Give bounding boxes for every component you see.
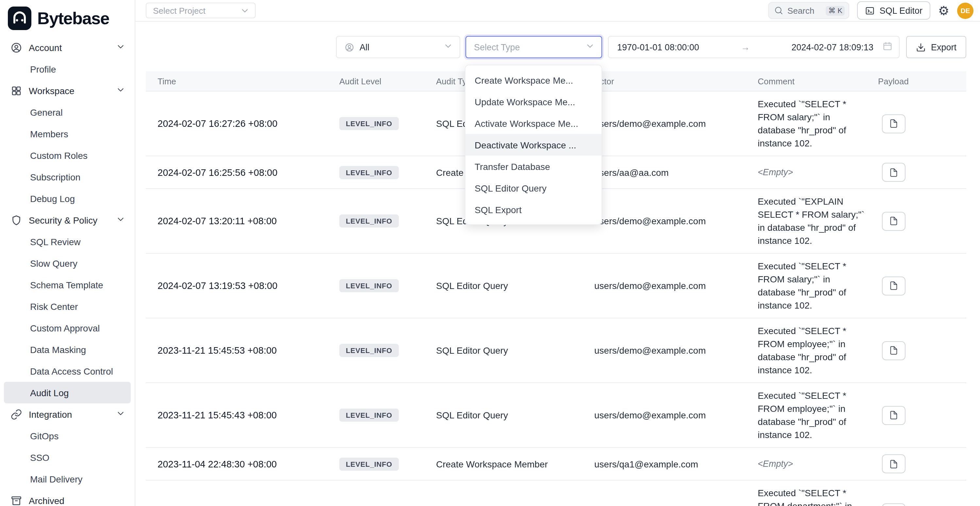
sidebar-item-audit-log[interactable]: Audit Log xyxy=(4,382,131,403)
project-select-placeholder: Select Project xyxy=(153,6,240,15)
payload-button[interactable] xyxy=(882,212,905,231)
sidebar-item-profile[interactable]: Profile xyxy=(4,58,131,80)
sidebar-item-sso[interactable]: SSO xyxy=(4,447,131,468)
audit-level-badge: LEVEL_INFO xyxy=(339,117,399,130)
menu-item-create-workspace-member[interactable]: Create Workspace Me... xyxy=(466,69,601,91)
file-icon xyxy=(889,346,898,355)
cell-actor: users/demo@example.com xyxy=(582,280,746,291)
payload-button[interactable] xyxy=(882,454,905,473)
sidebar-section-integration[interactable]: Integration xyxy=(0,403,135,425)
column-header-actor: Actor xyxy=(582,76,746,86)
project-select[interactable]: Select Project xyxy=(146,3,256,18)
cell-actor: users/demo@example.com xyxy=(582,118,746,129)
gear-icon[interactable]: ⚙ xyxy=(938,4,949,17)
cell-time: 2023-11-21 15:45:53 +08:00 xyxy=(146,345,328,356)
menu-item-sql-editor-query[interactable]: SQL Editor Query xyxy=(466,177,601,199)
cell-time: 2023-11-21 15:45:43 +08:00 xyxy=(146,410,328,420)
menu-item-transfer-database[interactable]: Transfer Database xyxy=(466,156,601,177)
section-label: Archived xyxy=(29,495,126,506)
audit-level-badge: LEVEL_INFO xyxy=(339,457,399,470)
audit-level-badge: LEVEL_INFO xyxy=(339,215,399,228)
sidebar-item-custom-roles[interactable]: Custom Roles xyxy=(4,145,131,166)
sidebar-item-slow-query[interactable]: Slow Query xyxy=(4,252,131,274)
cell-comment: Executed `"SELECT * FROM salary;"` in da… xyxy=(746,97,869,150)
sidebar-item-risk-center[interactable]: Risk Center xyxy=(4,296,131,317)
sidebar-item-schema-template[interactable]: Schema Template xyxy=(4,274,131,296)
column-header-time: Time xyxy=(146,76,328,86)
file-icon xyxy=(889,119,898,128)
type-filter-placeholder: Select Type xyxy=(474,42,585,52)
sidebar-item-gitops[interactable]: GitOps xyxy=(4,425,131,447)
file-icon xyxy=(889,216,898,226)
bytebase-logo-icon xyxy=(8,6,31,30)
brand-name: Bytebase xyxy=(37,8,109,29)
sidebar-section-archived[interactable]: Archived xyxy=(0,490,135,506)
user-circle-icon xyxy=(10,41,22,53)
sidebar-nav: Account Profile Workspace General Member… xyxy=(0,37,135,506)
cell-actor: users/aa@aa.com xyxy=(582,167,746,178)
sql-editor-button[interactable]: SQL Editor xyxy=(858,1,930,20)
cell-actor: users/qa1@example.com xyxy=(582,458,746,469)
date-from-value[interactable]: 1970-01-01 08:00:00 xyxy=(617,42,699,52)
table-row: 2023-11-21 15:45:53 +08:00 LEVEL_INFO SQ… xyxy=(146,318,966,383)
menu-item-deactivate-workspace-member[interactable]: Deactivate Workspace ... xyxy=(466,134,601,156)
column-header-payload: Payload xyxy=(869,76,966,86)
table-row: 2023-11-04 22:48:30 +08:00 LEVEL_INFO Cr… xyxy=(146,448,966,481)
sidebar-item-members[interactable]: Members xyxy=(4,123,131,145)
cell-audit-type: SQL Editor Query xyxy=(424,410,582,420)
sidebar-section-account[interactable]: Account xyxy=(0,37,135,58)
sidebar-item-debug-log[interactable]: Debug Log xyxy=(4,188,131,209)
sidebar-section-security-policy[interactable]: Security & Policy xyxy=(0,209,135,231)
filter-bar: All Select Type 1970-01-01 08:00:00 → 20… xyxy=(146,36,966,58)
sidebar-item-custom-approval[interactable]: Custom Approval xyxy=(4,317,131,339)
date-to-value[interactable]: 2024-02-07 18:09:13 xyxy=(791,42,873,52)
sidebar-item-sql-review[interactable]: SQL Review xyxy=(4,231,131,252)
payload-button[interactable] xyxy=(882,341,905,360)
cell-comment: Executed `"EXPLAIN SELECT * FROM salary;… xyxy=(746,195,869,247)
cell-time: 2024-02-07 13:19:53 +08:00 xyxy=(146,280,328,291)
sidebar-item-data-masking[interactable]: Data Masking xyxy=(4,339,131,360)
actor-filter-select[interactable]: All xyxy=(336,36,460,58)
chevron-down-icon xyxy=(116,408,126,420)
sidebar-item-data-access-control[interactable]: Data Access Control xyxy=(4,360,131,382)
search-shortcut-badge: ⌘ K xyxy=(826,6,845,15)
payload-button[interactable] xyxy=(882,503,905,506)
type-filter-dropdown: Create Workspace Me... Update Workspace … xyxy=(465,65,602,225)
type-filter-select[interactable]: Select Type xyxy=(466,36,602,58)
table-row: 2024-02-07 13:19:53 +08:00 LEVEL_INFO SQ… xyxy=(146,254,966,318)
menu-item-sql-export[interactable]: SQL Export xyxy=(466,199,601,220)
brand-logo[interactable]: Bytebase xyxy=(0,0,135,35)
payload-button[interactable] xyxy=(882,114,905,133)
file-icon xyxy=(889,459,898,468)
file-icon xyxy=(889,168,898,177)
search-input[interactable]: Search ⌘ K xyxy=(768,2,850,19)
chevron-down-icon xyxy=(116,41,126,53)
export-button[interactable]: Export xyxy=(906,36,966,58)
chevron-down-icon xyxy=(240,6,250,15)
menu-item-update-workspace-member[interactable]: Update Workspace Me... xyxy=(466,91,601,113)
payload-button[interactable] xyxy=(882,276,905,295)
menu-item-activate-workspace-member[interactable]: Activate Workspace Me... xyxy=(466,113,601,134)
sidebar-item-general[interactable]: General xyxy=(4,101,131,123)
chevron-down-icon xyxy=(585,41,595,53)
cell-time: 2024-02-07 13:20:11 +08:00 xyxy=(146,216,328,226)
file-icon xyxy=(889,411,898,420)
payload-button[interactable] xyxy=(882,163,905,182)
avatar[interactable]: DE xyxy=(957,2,974,19)
cell-audit-type: SQL Editor Query xyxy=(424,280,582,291)
cell-time: 2023-11-04 22:48:30 +08:00 xyxy=(146,458,328,469)
cell-comment: Executed `"SELECT * FROM salary;"` in da… xyxy=(746,259,869,312)
sidebar-item-mail-delivery[interactable]: Mail Delivery xyxy=(4,468,131,490)
sidebar-item-subscription[interactable]: Subscription xyxy=(4,166,131,188)
cell-comment: <Empty> xyxy=(746,457,869,470)
chevron-down-icon xyxy=(443,41,453,53)
grid-icon xyxy=(10,85,22,96)
cell-actor: users/demo@example.com xyxy=(582,410,746,420)
cell-audit-type: SQL Editor Query xyxy=(424,345,582,356)
sidebar-section-workspace[interactable]: Workspace xyxy=(0,80,135,101)
payload-button[interactable] xyxy=(882,406,905,425)
audit-level-badge: LEVEL_INFO xyxy=(339,344,399,357)
table-row: 2023-11-04 21:26:34 +08:00 LEVEL_INFO SQ… xyxy=(146,481,966,506)
date-range-picker[interactable]: 1970-01-01 08:00:00 → 2024-02-07 18:09:1… xyxy=(608,36,900,58)
section-label: Account xyxy=(29,42,109,53)
